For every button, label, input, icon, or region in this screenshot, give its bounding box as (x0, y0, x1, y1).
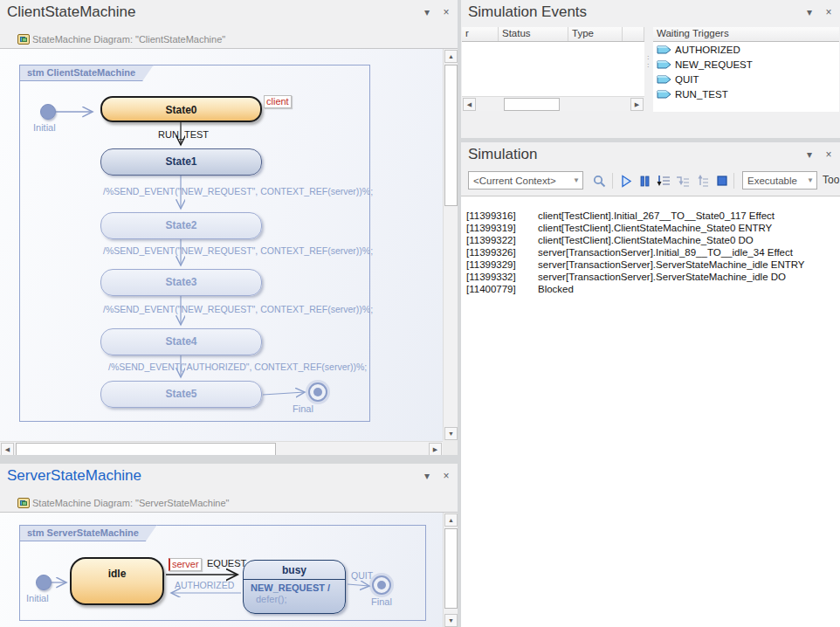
server-panel-title: ServerStateMachine (0, 464, 458, 485)
client-statemachine-panel: ClientStateMachine ▾ × StateMachine Diag… (0, 0, 458, 455)
simulation-panel: Simulation ▾ × <Current Context> ▼ (461, 142, 840, 627)
trigger-quit[interactable]: QUIT (653, 72, 839, 86)
transition-quit-label: QUIT (351, 570, 373, 581)
simulation-log[interactable]: [11399316] client[TestClient].Initial_26… (461, 196, 840, 627)
state-state1[interactable]: State1 (100, 148, 262, 176)
run-simulation-icon[interactable] (617, 172, 635, 189)
transition-run-test-label: RUN_TEST (158, 129, 209, 140)
state-state2[interactable]: State2 (100, 212, 262, 239)
client-instance-tag: client (264, 95, 292, 108)
events-panel-header: Simulation Events ▾ × (461, 0, 840, 24)
simulation-panel-header: Simulation ▾ × (461, 142, 840, 167)
client-initial-node[interactable] (40, 104, 56, 120)
step-over-icon[interactable] (674, 172, 692, 189)
column-trigger[interactable]: r (462, 27, 499, 41)
server-statemachine-panel: ServerStateMachine ▾ × StateMachine Diag… (0, 464, 458, 627)
state-state5[interactable]: State5 (100, 381, 262, 408)
column-blank[interactable] (623, 27, 644, 41)
busy-internal-action: defer(); (244, 593, 345, 604)
simulation-toolbar: <Current Context> ▼ Executable ▼ T (461, 167, 840, 196)
trigger-icon (657, 88, 671, 100)
simulation-events-panel: Simulation Events ▾ × <no event set> ▼ ▼… (461, 0, 840, 138)
trigger-new-request[interactable]: NEW_REQUEST (653, 57, 839, 72)
client-initial-label: Initial (33, 122, 56, 133)
server-vertical-scrollbar[interactable]: ▲ ▼ (443, 513, 458, 627)
transition-send-new-request-label-1: /%SEND_EVENT("NEW_REQUEST", CONTEXT_REF(… (103, 186, 373, 196)
log-row[interactable]: [11399329] server[TransactionServer].Ser… (461, 258, 840, 271)
server-panel-close-icon[interactable]: × (440, 470, 452, 482)
tools-label[interactable]: Too (823, 174, 839, 186)
mode-combo[interactable]: Executable ▼ (742, 171, 817, 189)
events-table-hscrollbar[interactable]: ◀ ▶ (462, 96, 644, 111)
trigger-icon (657, 73, 671, 85)
server-scroll-down-icon[interactable]: ▼ (444, 614, 458, 627)
waiting-triggers-body: AUTHORIZED NEW_REQUEST QUIT RUN_TEST (653, 42, 839, 112)
transition-authorized-label: AUTHORIZED (175, 580, 234, 590)
transition-new-request-partial-label: EQUEST (207, 558, 246, 568)
events-table-body[interactable] (462, 42, 644, 96)
log-row[interactable]: [11399332] server[TransactionServer].Ser… (461, 271, 840, 283)
server-final-label: Final (371, 596, 392, 607)
trigger-authorized[interactable]: AUTHORIZED (653, 42, 839, 57)
client-vertical-scrollbar[interactable]: ▲ ▼ (443, 49, 458, 441)
log-row[interactable]: [11400779] Blocked (461, 283, 840, 295)
server-final-node[interactable] (372, 575, 391, 595)
trigger-icon (657, 59, 671, 70)
events-splitter-handle[interactable]: ∶∶ (647, 54, 650, 70)
state-busy[interactable]: busy NEW_REQUEST / defer(); (243, 560, 346, 614)
combo-caret-icon[interactable]: ▼ (570, 172, 582, 189)
client-final-label: Final (293, 403, 313, 414)
statemachine-diagram-icon (17, 498, 30, 508)
client-panel-menu-icon[interactable]: ▾ (421, 6, 433, 18)
client-scroll-up-icon[interactable]: ▲ (444, 50, 458, 63)
state-state3[interactable]: State3 (100, 269, 262, 296)
events-table-header: r Status Type (462, 27, 644, 42)
client-scroll-left-icon[interactable]: ◀ (1, 443, 14, 455)
context-combo[interactable]: <Current Context> ▼ (468, 171, 583, 189)
pause-simulation-icon[interactable] (636, 172, 653, 189)
client-final-node[interactable] (308, 382, 327, 402)
waiting-triggers-header: Waiting Triggers (653, 27, 839, 42)
transition-send-authorized-label: /%SEND_EVENT("AUTHORIZED", CONTEXT_REF(s… (108, 362, 367, 372)
client-panel-breadcrumb: StateMachine Diagram: "ClientStateMachin… (0, 24, 458, 48)
server-instance-tag: server (169, 558, 202, 571)
server-initial-node[interactable] (36, 575, 52, 590)
column-type[interactable]: Type (568, 27, 623, 41)
log-row[interactable]: [11399319] client[TestClient].ClientStat… (461, 222, 840, 234)
column-status[interactable]: Status (499, 27, 568, 41)
log-row[interactable]: [11399316] client[TestClient].Initial_26… (461, 210, 840, 222)
events-scroll-right-icon[interactable]: ▶ (630, 98, 644, 111)
server-scroll-up-icon[interactable]: ▲ (444, 513, 458, 527)
server-panel-breadcrumb: StateMachine Diagram: "ServerStateMachin… (0, 488, 458, 512)
simulation-panel-title: Simulation (461, 142, 840, 163)
log-row[interactable]: [11399326] server[TransactionServer].Ini… (461, 246, 840, 258)
client-panel-close-icon[interactable]: × (440, 6, 452, 18)
step-out-icon[interactable] (693, 172, 711, 189)
step-into-icon[interactable] (655, 172, 672, 189)
log-row[interactable]: [11399322] client[TestClient].ClientStat… (461, 234, 840, 246)
combo-caret-icon[interactable]: ▼ (804, 172, 816, 189)
server-panel-menu-icon[interactable]: ▾ (421, 470, 433, 482)
state-state4[interactable]: State4 (100, 328, 262, 355)
state-idle[interactable]: idle (70, 557, 164, 605)
events-scroll-left-icon[interactable]: ◀ (463, 98, 476, 111)
server-frame-tab: stm ServerStateMachine (19, 525, 157, 541)
simulation-panel-menu-icon[interactable]: ▾ (803, 148, 816, 161)
client-scroll-right-icon[interactable]: ▶ (429, 443, 442, 455)
client-panel-header: ClientStateMachine ▾ × (0, 0, 458, 24)
search-icon[interactable] (590, 172, 608, 189)
client-horizontal-scrollbar[interactable]: ◀ ▶ (0, 441, 443, 455)
server-diagram-canvas[interactable]: stm ServerStateMachine Initial idle serv… (0, 512, 458, 627)
server-panel-header: ServerStateMachine ▾ × (0, 464, 458, 488)
state-state0[interactable]: State0 (100, 96, 262, 122)
client-frame-tab: stm ClientStateMachine (19, 65, 154, 81)
server-initial-label: Initial (26, 593, 49, 603)
simulation-panel-close-icon[interactable]: × (823, 148, 835, 161)
trigger-run-test[interactable]: RUN_TEST (653, 86, 839, 101)
client-scroll-down-icon[interactable]: ▼ (444, 427, 458, 440)
client-diagram-canvas[interactable]: stm ClientStateMachine Initial State0 cl… (0, 48, 458, 455)
events-panel-title: Simulation Events (461, 0, 840, 21)
events-panel-menu-icon[interactable]: ▾ (803, 6, 816, 18)
stop-simulation-icon[interactable] (713, 172, 731, 189)
events-panel-close-icon[interactable]: × (823, 6, 835, 18)
